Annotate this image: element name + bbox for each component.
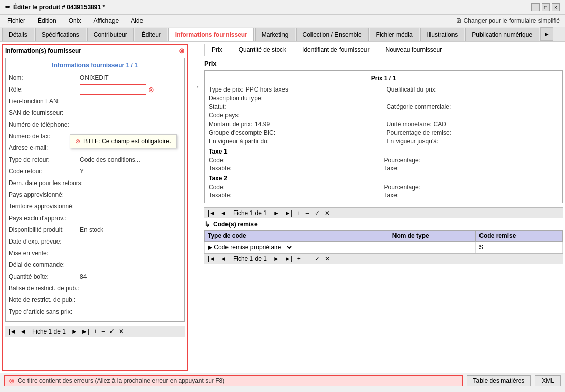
remise-nav-check[interactable]: ✓ <box>313 255 321 262</box>
field-quantite-boite: Quantité boîte: 84 <box>9 272 181 282</box>
sub-tab-identifiant[interactable]: Identifiant de fournisseur <box>295 44 377 56</box>
field-label-dispo: Disponibilité produit: <box>9 226 80 233</box>
field-label-date-exp: Date d'exp. prévue: <box>9 238 80 245</box>
left-panel: Information(s) fournisseur ⊗ Information… <box>2 44 188 371</box>
xml-button[interactable]: XML <box>535 375 561 386</box>
field-label-pays-appro: Pays approvisionné: <box>9 191 80 198</box>
field-label-code-retour: Code retour: <box>9 168 80 175</box>
prix-nav-add[interactable]: + <box>296 209 302 217</box>
menu-items: Fichier Édition Onix Affichage Aide <box>5 16 145 25</box>
edit-icon: ✏ <box>5 4 10 11</box>
prix-section-title: Prix <box>204 59 563 67</box>
field-lieu-fonction: Lieu-fonction EAN: <box>9 96 181 106</box>
remise-nav-first[interactable]: |◄ <box>206 255 217 262</box>
tab-publication-numerique[interactable]: Publication numérique <box>465 28 539 41</box>
window-title: Éditer le produit # 0439153891 * <box>13 4 105 11</box>
type-code-select[interactable] <box>283 243 293 251</box>
error-tooltip: ⊗ BTLF: Ce champ est obligatoire. <box>70 134 177 148</box>
tab-editeur[interactable]: Éditeur <box>135 28 167 41</box>
role-input[interactable] <box>80 84 146 95</box>
tab-collection[interactable]: Collection / Ensemble <box>296 28 369 41</box>
prix-nav-first[interactable]: |◄ <box>206 209 217 217</box>
taxe1-section: Taxe 1 Code: Pourcentage: Taxable: Taxe: <box>209 148 558 172</box>
remise-nav-cancel[interactable]: ✕ <box>323 255 331 262</box>
close-button[interactable]: × <box>552 3 560 11</box>
prix-nav-prev[interactable]: ◄ <box>219 209 228 217</box>
prix-nav-minus[interactable]: – <box>304 209 311 217</box>
field-label-qte-boite: Quantité boîte: <box>9 273 80 280</box>
prix-type: Type de prix: PPC hors taxes <box>209 86 381 93</box>
menu-onix[interactable]: Onix <box>67 16 83 25</box>
table-row[interactable]: ▶ Code remise propriétaire S <box>205 242 563 253</box>
tab-informations-fournisseur[interactable]: Informations fournisseur <box>168 28 254 42</box>
prix-type-label: Type de prix: <box>209 86 244 93</box>
panel-close-button[interactable]: ⊗ <box>179 47 185 55</box>
field-tel: Numéro de téléphone: <box>9 119 181 130</box>
remise-nav-add[interactable]: + <box>296 255 302 262</box>
field-label-pays-exclu: Pays exclu d'approv.: <box>9 215 80 222</box>
prix-en-vigueur-de: En vigueur à partir du: <box>209 138 381 145</box>
menu-fichier[interactable]: Fichier <box>5 16 27 25</box>
tab-fichier-media[interactable]: Fichier média <box>370 28 419 41</box>
table-matieres-button[interactable]: Table des matières <box>467 375 531 386</box>
tab-details[interactable]: Détails <box>2 28 34 41</box>
tab-contributeur[interactable]: Contributeur <box>87 28 134 41</box>
field-territoire: Territoire approvisionné: <box>9 201 181 212</box>
field-label-note: Note de restrict. de pub.: <box>9 296 80 304</box>
prix-montant-label: Montant de prix: <box>209 120 252 128</box>
prix-qualificatif: Qualificatif du prix: <box>387 86 559 93</box>
prix-nav-check[interactable]: ✓ <box>313 209 321 217</box>
minimize-button[interactable]: _ <box>531 3 540 11</box>
nav-last-button[interactable]: ►| <box>80 328 91 335</box>
nav-next-button[interactable]: ► <box>70 328 79 335</box>
menu-aide[interactable]: Aide <box>129 16 145 25</box>
nav-cancel-button[interactable]: ✕ <box>117 328 125 335</box>
row-nom-type <box>389 242 476 253</box>
prix-vigueur-de-label: En vigueur à partir du: <box>209 138 269 145</box>
nav-check-button[interactable]: ✓ <box>108 328 116 335</box>
prix-groupe-escompte: Groupe d'escompte BIC: <box>209 129 381 136</box>
maximize-button[interactable]: □ <box>542 3 550 11</box>
remise-nav-prev[interactable]: ◄ <box>219 255 228 262</box>
nav-prev-button[interactable]: ◄ <box>19 328 28 335</box>
tab-illustrations[interactable]: Illustrations <box>420 28 465 41</box>
prix-montant-value: 14.99 <box>255 120 270 128</box>
field-value-nom: ONIXEDIT <box>80 74 109 81</box>
sub-tab-nouveau[interactable]: Nouveau fournisseur <box>378 44 449 56</box>
simplified-form-link[interactable]: 🖹 Changer pour le formulaire simplifié <box>456 17 560 24</box>
tab-marketing[interactable]: Marketing <box>255 28 295 41</box>
prix-grid: Type de prix: PPC hors taxes Qualificati… <box>209 86 558 145</box>
prix-empty2 <box>387 112 559 119</box>
field-disponibilite: Disponibilité produit: En stock <box>9 225 181 235</box>
col-nom-type: Nom de type <box>389 231 476 242</box>
remise-nav-next[interactable]: ► <box>272 255 281 262</box>
prix-nav-cancel[interactable]: ✕ <box>323 209 331 217</box>
field-delai: Délai de commande: <box>9 260 181 270</box>
row-type-code: ▶ Code remise propriétaire <box>205 242 389 253</box>
tab-more[interactable]: ► <box>540 27 553 41</box>
field-label-delai: Délai de commande: <box>9 261 80 268</box>
sub-tab-quantite[interactable]: Quantité de stock <box>231 44 294 56</box>
supplier-box-title: Informations fournisseur 1 / 1 <box>9 62 181 69</box>
title-bar-left: ✏ Éditer le produit # 0439153891 * <box>5 4 105 11</box>
nav-first-button[interactable]: |◄ <box>7 328 18 335</box>
prix-nav-last[interactable]: ►| <box>283 209 294 217</box>
tooltip-text: BTLF: Ce champ est obligatoire. <box>83 138 171 145</box>
sub-tab-prix[interactable]: Prix <box>204 44 230 56</box>
remise-nav-last[interactable]: ►| <box>283 255 294 262</box>
remise-nav-minus[interactable]: – <box>304 255 311 262</box>
prix-code-pays: Code pays: <box>209 112 381 119</box>
taxe1-pourcentage: Pourcentage: <box>384 157 559 164</box>
panel-header: Information(s) fournisseur ⊗ <box>5 47 185 55</box>
tab-specifications[interactable]: Spécifications <box>35 28 86 41</box>
nav-add-button[interactable]: – <box>100 328 107 335</box>
prix-nav-next[interactable]: ► <box>272 209 281 217</box>
menu-edition[interactable]: Édition <box>36 16 59 25</box>
prix-montant: Montant de prix: 14.99 <box>209 120 381 128</box>
field-type-retour: Type de retour: Code des conditions... <box>9 155 181 165</box>
taxe1-title: Taxe 1 <box>209 148 558 155</box>
prix-statut-label: Statut: <box>209 103 227 110</box>
menu-affichage[interactable]: Affichage <box>91 16 121 25</box>
taxe1-grid: Code: Pourcentage: Taxable: Taxe: <box>209 157 558 172</box>
field-label-dern-date: Dern. date pour les retours: <box>9 179 83 187</box>
